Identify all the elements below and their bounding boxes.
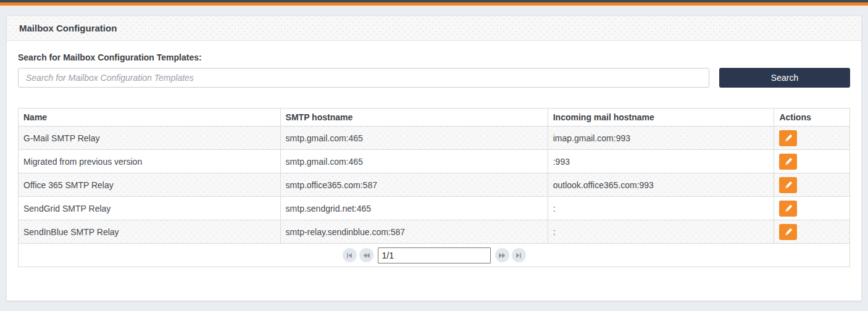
edit-button[interactable] bbox=[779, 224, 797, 240]
pagination-cell bbox=[19, 244, 850, 267]
pencil-icon bbox=[784, 228, 793, 236]
edit-button[interactable] bbox=[779, 154, 797, 170]
column-header-actions: Actions bbox=[774, 109, 850, 126]
actions-cell bbox=[774, 150, 850, 173]
pencil-icon bbox=[784, 134, 793, 143]
column-header-smtp: SMTP hostname bbox=[280, 109, 548, 126]
actions-cell bbox=[774, 197, 850, 220]
page-title: Mailbox Configuration bbox=[19, 23, 117, 33]
page-indicator-input[interactable] bbox=[378, 247, 491, 263]
fast-backward-icon bbox=[362, 252, 370, 259]
search-button[interactable]: Search bbox=[719, 68, 850, 88]
pagination-controls bbox=[23, 247, 845, 263]
incoming-cell: imap.gmail.com:993 bbox=[548, 126, 774, 150]
pencil-icon bbox=[784, 204, 793, 213]
name-cell: SendInBlue SMTP Relay bbox=[19, 220, 281, 244]
actions-cell bbox=[774, 126, 850, 150]
edit-button[interactable] bbox=[779, 177, 797, 193]
search-label: Search for Mailbox Configuration Templat… bbox=[18, 52, 850, 62]
actions-cell bbox=[774, 173, 850, 197]
name-cell: Migrated from previous version bbox=[19, 150, 281, 173]
card-body: Search for Mailbox Configuration Templat… bbox=[7, 41, 861, 267]
name-cell: G-Mail SMTP Relay bbox=[19, 126, 281, 150]
pagination-row bbox=[19, 244, 850, 267]
actions-cell bbox=[774, 220, 850, 244]
name-cell: SendGrid SMTP Relay bbox=[19, 197, 281, 220]
incoming-cell: : bbox=[548, 220, 774, 244]
step-first-icon bbox=[346, 252, 353, 259]
name-cell: Office 365 SMTP Relay bbox=[19, 173, 281, 197]
table-header-row: Name SMTP hostname Incoming mail hostnam… bbox=[19, 109, 850, 126]
pencil-icon bbox=[784, 157, 793, 166]
step-last-icon bbox=[515, 252, 522, 259]
first-page-button[interactable] bbox=[343, 248, 357, 262]
table-row: SendInBlue SMTP Relay smtp-relay.sendinb… bbox=[19, 220, 850, 244]
previous-page-button[interactable] bbox=[359, 248, 373, 262]
fast-forward-icon bbox=[498, 252, 506, 259]
smtp-cell: smtp-relay.sendinblue.com:587 bbox=[280, 220, 548, 244]
edit-button[interactable] bbox=[779, 201, 797, 217]
smtp-cell: smtp.gmail.com:465 bbox=[280, 126, 548, 150]
next-page-button[interactable] bbox=[495, 248, 509, 262]
incoming-cell: outlook.office365.com:993 bbox=[548, 173, 774, 197]
topbar-orange bbox=[0, 2, 868, 6]
pencil-icon bbox=[784, 181, 793, 189]
smtp-cell: smtp.gmail.com:465 bbox=[280, 150, 548, 173]
incoming-cell: :993 bbox=[548, 150, 774, 173]
edit-button[interactable] bbox=[779, 130, 797, 146]
mailbox-configuration-card: Mailbox Configuration Search for Mailbox… bbox=[6, 15, 862, 301]
templates-table: Name SMTP hostname Incoming mail hostnam… bbox=[18, 108, 850, 267]
search-input[interactable] bbox=[18, 68, 709, 88]
table-row: Migrated from previous version smtp.gmai… bbox=[19, 150, 850, 173]
search-row: Search bbox=[18, 68, 850, 88]
incoming-cell: : bbox=[548, 197, 774, 220]
column-header-name: Name bbox=[19, 109, 281, 126]
table-row: Office 365 SMTP Relay smtp.office365.com… bbox=[19, 173, 850, 197]
last-page-button[interactable] bbox=[512, 248, 526, 262]
smtp-cell: smtp.sendgrid.net:465 bbox=[280, 197, 548, 220]
smtp-cell: smtp.office365.com:587 bbox=[280, 173, 548, 197]
table-row: SendGrid SMTP Relay smtp.sendgrid.net:46… bbox=[19, 197, 850, 220]
card-header: Mailbox Configuration bbox=[7, 16, 861, 41]
table-row: G-Mail SMTP Relay smtp.gmail.com:465 ima… bbox=[19, 126, 850, 150]
column-header-incoming: Incoming mail hostname bbox=[548, 109, 774, 126]
